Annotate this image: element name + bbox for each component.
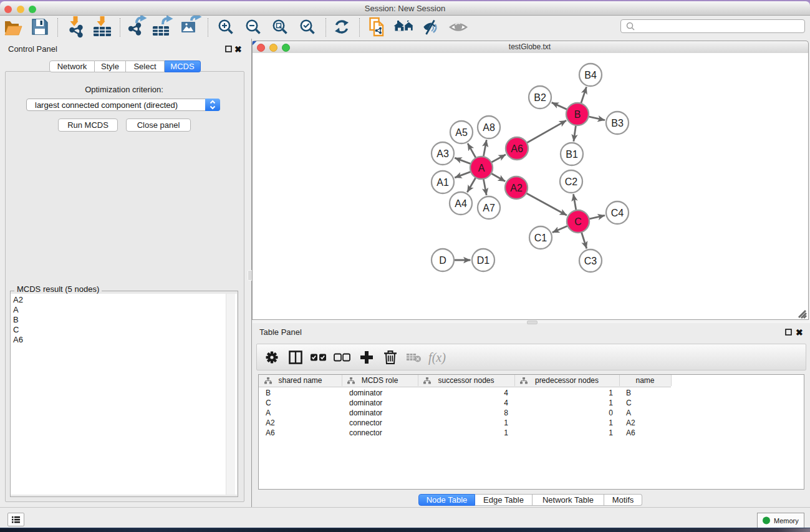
svg-text:A4: A4	[455, 198, 467, 209]
svg-text:A6: A6	[511, 143, 523, 154]
svg-text:B3: B3	[611, 118, 624, 128]
svg-text:D: D	[439, 255, 446, 266]
svg-text:A1: A1	[436, 177, 449, 188]
svg-text:Memory: Memory	[774, 517, 799, 525]
svg-text:A8: A8	[483, 122, 495, 133]
svg-text:B1: B1	[566, 149, 578, 160]
svg-text:C4: C4	[611, 208, 624, 218]
svg-text:B: B	[574, 109, 581, 120]
svg-text:C1: C1	[534, 233, 547, 243]
svg-text:A3: A3	[436, 148, 449, 159]
svg-text:C: C	[574, 216, 582, 227]
svg-text:D1: D1	[477, 255, 490, 266]
svg-text:f(x): f(x)	[428, 351, 446, 365]
svg-text:B4: B4	[584, 70, 597, 80]
svg-text:A2: A2	[510, 183, 523, 193]
svg-text:B2: B2	[534, 92, 546, 103]
svg-text:C2: C2	[565, 177, 578, 187]
svg-text:A5: A5	[455, 127, 468, 138]
svg-text:A7: A7	[483, 203, 495, 213]
svg-text:C3: C3	[584, 256, 597, 266]
svg-text:A: A	[478, 163, 485, 173]
